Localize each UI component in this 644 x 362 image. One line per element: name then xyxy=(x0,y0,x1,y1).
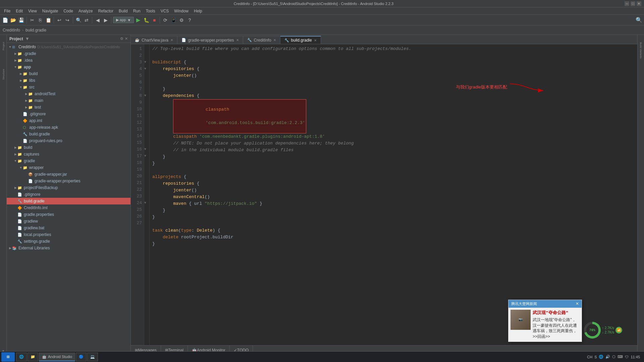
start-button[interactable]: ⊞ xyxy=(1,352,15,362)
stop-button[interactable]: ■ xyxy=(151,16,158,24)
tree-item-gitignore-root[interactable]: 📄 .gitignore xyxy=(7,191,130,198)
fold-17[interactable]: ▼ xyxy=(144,153,149,160)
breadcrumb-buildgradle[interactable]: build.gradle xyxy=(25,28,46,33)
undo-button[interactable]: ↩ xyxy=(56,16,63,24)
fold-16[interactable]: ▼ xyxy=(144,146,149,153)
taskbar-ch[interactable]: CH xyxy=(587,355,592,359)
taskbar-android-studio[interactable]: 🤖 Android Studio xyxy=(39,353,75,361)
minimize-button[interactable]: ─ xyxy=(625,1,629,6)
tree-item-apk[interactable]: ⬡ app-release.apk xyxy=(7,124,130,131)
project-icon[interactable]: Project xyxy=(1,36,6,56)
tab-close-button[interactable]: ✕ xyxy=(170,38,173,42)
tree-item-proguard[interactable]: 📄 proguard-rules.pro xyxy=(7,137,130,144)
tree-item-gradlew-bat[interactable]: 📄 gradlew.bat xyxy=(7,225,130,231)
taskbar-ie[interactable]: 🌐 xyxy=(16,353,27,361)
save-button[interactable]: 💾 xyxy=(17,16,25,24)
fold-3[interactable]: ▼ xyxy=(144,59,149,66)
tree-item-app-iml[interactable]: 🔶 app.iml xyxy=(7,117,130,124)
redo-button[interactable]: ↪ xyxy=(64,16,71,24)
paste-button[interactable]: 📋 xyxy=(45,16,52,24)
tree-item-build-app[interactable]: ▶ 📁 build xyxy=(7,70,130,77)
sdk-button[interactable]: ⚙ xyxy=(178,16,185,24)
menu-build[interactable]: Build xyxy=(116,7,130,14)
back-button[interactable]: ◀ xyxy=(94,16,101,24)
tab-gradle-wrapper[interactable]: 📄 gradle-wrapper.properties ✕ xyxy=(177,36,243,44)
tree-item-settings-gradle[interactable]: 🔧 settings.gradle xyxy=(7,238,130,245)
tree-item-creditinfo-iml[interactable]: 🔶 CreditInfo.iml xyxy=(7,204,130,211)
menu-window[interactable]: Window xyxy=(171,7,191,14)
taskbar-chrome[interactable]: 🔵 xyxy=(76,353,87,361)
menu-analyze[interactable]: Analyze xyxy=(76,7,96,14)
project-dropdown-button[interactable]: ▼ xyxy=(25,36,30,41)
search-everywhere-button[interactable]: 🔍 xyxy=(635,16,643,24)
fold-24[interactable]: ▼ xyxy=(144,200,149,206)
new-button[interactable]: 📄 xyxy=(1,16,9,24)
tree-item-gradle-folder[interactable]: ▼ 📁 gradle xyxy=(7,158,130,164)
menu-edit[interactable]: Edit xyxy=(13,7,25,14)
tree-item-gradle-hidden[interactable]: ▶ 📁 .gradle xyxy=(7,50,130,57)
taskbar-extra1[interactable]: 💻 xyxy=(87,353,98,361)
fold-4[interactable]: ▼ xyxy=(144,66,149,72)
menu-refactor[interactable]: Refactor xyxy=(96,7,116,14)
maximize-button[interactable]: □ xyxy=(631,1,635,6)
tab-close-button[interactable]: ✕ xyxy=(273,38,276,42)
menu-run[interactable]: Run xyxy=(130,7,143,14)
tab-close-button[interactable]: ✕ xyxy=(236,38,239,42)
menu-file[interactable]: File xyxy=(1,7,13,14)
tree-item-libs[interactable]: ▶ 📁 libs xyxy=(7,77,130,84)
tree-item-buildgradle-root[interactable]: 🔧 build.gradle xyxy=(7,198,130,204)
project-hide-button[interactable]: ✕ xyxy=(125,37,128,41)
open-button[interactable]: 📂 xyxy=(9,16,17,24)
fold-8[interactable]: ▼ xyxy=(144,93,149,99)
breadcrumb-creditinfo[interactable]: CreditInfo xyxy=(3,28,20,33)
tab-creditinfo[interactable]: 🔧 CreditInfo ✕ xyxy=(243,36,280,44)
tree-item-local-properties[interactable]: 📄 local.properties xyxy=(7,231,130,238)
menu-code[interactable]: Code xyxy=(61,7,76,14)
menu-view[interactable]: View xyxy=(25,7,40,14)
cut-button[interactable]: ✂ xyxy=(29,16,36,24)
search-button[interactable]: 🔍 xyxy=(75,16,82,24)
replace-button[interactable]: ⇄ xyxy=(83,16,90,24)
tab-close-button[interactable]: ✕ xyxy=(314,39,317,42)
taskbar-s[interactable]: S xyxy=(594,355,597,359)
menu-vcs[interactable]: VCS xyxy=(158,7,172,14)
tree-item-external-libraries[interactable]: ▶ 📚 External Libraries xyxy=(7,245,130,251)
help-toolbar-button[interactable]: ? xyxy=(186,16,193,24)
tree-item-gradle-wrapper-jar[interactable]: 📦 gradle-wrapper.jar xyxy=(7,171,130,178)
menu-tools[interactable]: Tools xyxy=(143,7,158,14)
news-text-content[interactable]: 武汉现"夺命公路" 武汉一地现"夺命公路"，汉一豪驶有四代人在此遭遇车祸，致三死… xyxy=(533,310,580,340)
news-close-button[interactable]: ✕ xyxy=(576,301,579,306)
tree-item-buildgradle-app[interactable]: 🔧 build.gradle xyxy=(7,131,130,137)
tree-item-idea[interactable]: ▶ 📁 .idea xyxy=(7,57,130,64)
avd-button[interactable]: 📱 xyxy=(170,16,177,24)
forward-button[interactable]: ▶ xyxy=(102,16,109,24)
tree-item-projectfilesbackup[interactable]: ▶ 📁 projectFilesBackup xyxy=(7,184,130,191)
menu-navigate[interactable]: Navigate xyxy=(40,7,61,14)
app-dropdown[interactable]: ▶ app ▼ xyxy=(113,17,134,23)
tree-item-creditinfo[interactable]: ▼ ⊞ CreditInfo D:\Users\Su51_5\AndroidSt… xyxy=(7,44,130,50)
tree-item-gradlew[interactable]: 📄 gradlew xyxy=(7,218,130,225)
build-variants-icon[interactable]: Build Variants xyxy=(638,36,644,63)
project-settings-button[interactable]: ⚙ xyxy=(120,37,123,41)
tree-item-captures[interactable]: ▶ 📁 captures xyxy=(7,151,130,158)
sync-button[interactable]: ⟳ xyxy=(162,16,169,24)
debug-button[interactable]: 🐛 xyxy=(143,16,150,24)
tree-item-gradle-properties[interactable]: 📄 gradle.properties xyxy=(7,211,130,218)
tree-item-androidtest[interactable]: ▶ 📁 androidTest xyxy=(7,90,130,97)
taskbar-folder[interactable]: 📁 xyxy=(28,353,38,361)
close-button[interactable]: ✕ xyxy=(637,1,641,6)
structure-icon[interactable]: Structure xyxy=(1,64,6,84)
tab-build-gradle[interactable]: 🔧 build.gradle ✕ xyxy=(280,36,321,44)
menu-help[interactable]: Help xyxy=(191,7,205,14)
tree-item-src[interactable]: ▼ 📁 src xyxy=(7,84,130,90)
copy-button[interactable]: ⎘ xyxy=(37,16,44,24)
tree-item-main[interactable]: ▶ 📁 main xyxy=(7,97,130,104)
tree-item-build-root[interactable]: ▶ 📁 build xyxy=(7,144,130,151)
tree-item-app[interactable]: ▼ 📁 app xyxy=(7,64,130,70)
tree-item-gitignore-app[interactable]: 📄 .gitignore xyxy=(7,111,130,117)
tree-item-wrapper[interactable]: ▼ 📁 wrapper xyxy=(7,164,130,171)
tree-item-gradle-wrapper-properties[interactable]: 📄 gradle-wrapper.properties xyxy=(7,178,130,184)
run-button[interactable]: ▶ xyxy=(135,16,142,24)
tree-item-test[interactable]: ▶ 📁 test xyxy=(7,104,130,111)
tab-chartview[interactable]: ☕ ChartView.java ✕ xyxy=(131,36,177,44)
